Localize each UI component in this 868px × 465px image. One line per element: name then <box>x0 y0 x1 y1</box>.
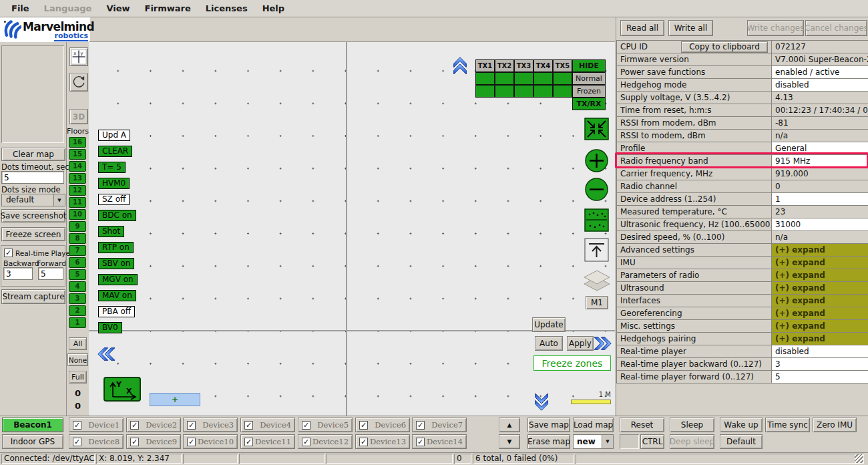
tx-header-tx3[interactable]: TX3 <box>514 59 533 72</box>
expand-cell[interactable]: (+) expand <box>772 244 868 257</box>
dots-timeout-input[interactable] <box>1 171 64 184</box>
map-name-select[interactable]: new ▼ <box>573 434 614 449</box>
device-button-device8[interactable]: ✓Device8 <box>69 434 124 449</box>
tx-header-tx2[interactable]: TX2 <box>495 59 514 72</box>
config-value[interactable]: 3 <box>772 358 868 371</box>
menu-licenses[interactable]: Licenses <box>198 3 255 13</box>
stream-capture-button[interactable]: Stream capture <box>1 289 65 304</box>
device-checkbox[interactable]: ✓ <box>73 421 81 430</box>
map-button-sz-off[interactable]: SZ off <box>98 194 130 205</box>
dots-size-select[interactable]: default ▼ <box>1 194 65 206</box>
rotate-view-button[interactable] <box>69 73 88 92</box>
floor-button-2[interactable]: 2 <box>69 305 86 316</box>
device-checkbox[interactable]: ✓ <box>244 421 253 430</box>
dots-display-icon[interactable] <box>584 208 609 232</box>
tx-hide-button[interactable]: HIDE <box>572 59 606 72</box>
floor-button-10[interactable]: 10 <box>69 209 86 220</box>
floor-button-8[interactable]: 8 <box>69 233 86 244</box>
realtime-player-checkbox[interactable]: ✓ <box>4 249 13 257</box>
device-checkbox[interactable]: ✓ <box>187 421 196 430</box>
device-button-device12[interactable]: ✓Device12 <box>298 434 353 449</box>
device-button-device4[interactable]: ✓Device4 <box>240 418 295 432</box>
device-button-device5[interactable]: ✓Device5 <box>298 418 353 432</box>
3d-view-button[interactable]: 3D <box>69 109 88 124</box>
zero-imu-button[interactable]: Zero IMU <box>813 418 857 432</box>
upload-map-icon[interactable] <box>584 238 609 262</box>
tx-txrx-button[interactable]: TX/RX <box>572 98 606 110</box>
map-button-shot[interactable]: Shot <box>98 226 124 237</box>
backward-input[interactable] <box>3 267 33 280</box>
device-button-device14[interactable]: ✓Device14 <box>412 434 467 449</box>
floor-button-5[interactable]: 5 <box>69 269 86 280</box>
save-map-button[interactable]: Save map <box>527 418 570 432</box>
tx-cell[interactable] <box>475 85 495 98</box>
tx-cell[interactable] <box>495 85 514 98</box>
resize-grip[interactable] <box>855 454 863 463</box>
m1-button[interactable]: M1 <box>586 296 608 309</box>
zoom-out-icon[interactable] <box>584 177 609 202</box>
floor-button-1[interactable]: 1 <box>69 317 86 328</box>
config-value[interactable]: 31000 <box>772 218 868 231</box>
zoom-in-icon[interactable] <box>584 148 609 173</box>
tx-cell[interactable] <box>553 72 572 85</box>
device-checkbox[interactable]: ✓ <box>187 438 196 446</box>
ctrl-button[interactable]: CTRL <box>640 434 664 449</box>
deep-sleep-button[interactable]: Deep sleep <box>670 434 714 449</box>
double-chevron-left-icon[interactable] <box>96 345 115 363</box>
chevron-down-icon[interactable]: ▼ <box>53 194 65 206</box>
load-map-button[interactable]: Load map <box>573 418 614 432</box>
device-checkbox[interactable]: ✓ <box>359 421 368 430</box>
menu-language[interactable]: Language <box>37 3 99 13</box>
config-value[interactable]: 5 <box>772 371 868 383</box>
device-button-device7[interactable]: ✓Device7 <box>412 418 467 432</box>
floor-button-13[interactable]: 13 <box>69 173 86 184</box>
default-button[interactable]: Default <box>720 434 763 449</box>
map-canvas[interactable]: TX1TX2TX3TX4TX5HIDENormalFrozenTX/RX <box>89 41 615 416</box>
tx-header-tx5[interactable]: TX5 <box>553 59 572 72</box>
floors-full-button[interactable]: Full <box>69 371 87 383</box>
device-button-device3[interactable]: ✓Device3 <box>183 418 238 432</box>
device-button-device13[interactable]: ✓Device13 <box>355 434 410 449</box>
device-checkbox[interactable]: ✓ <box>130 421 139 430</box>
floor-button-11[interactable]: 11 <box>69 197 86 208</box>
device-button-device10[interactable]: ✓Device10 <box>183 434 238 449</box>
device-button-device2[interactable]: ✓Device2 <box>126 418 181 432</box>
tx-cell[interactable] <box>533 72 553 85</box>
axes-view-button[interactable]: x y <box>69 47 88 66</box>
read-all-button[interactable]: Read all <box>620 20 664 36</box>
device-checkbox[interactable]: ✓ <box>302 438 310 446</box>
menu-view[interactable]: View <box>99 3 137 13</box>
device-checkbox[interactable]: ✓ <box>73 438 81 446</box>
device-checkbox[interactable]: ✓ <box>302 421 310 430</box>
tx-header-tx4[interactable]: TX4 <box>533 59 553 72</box>
map-button-upd-a[interactable]: Upd A <box>98 130 130 141</box>
reset-button[interactable]: Reset <box>620 418 664 432</box>
expand-cell[interactable]: (+) expand <box>772 307 868 320</box>
map-button-mav-on[interactable]: MAV on <box>98 290 136 301</box>
forward-input[interactable] <box>38 267 63 280</box>
map-button-pba-off[interactable]: PBA off <box>98 306 135 317</box>
apply-button[interactable]: Apply <box>567 336 594 351</box>
fit-to-screen-icon[interactable] <box>584 118 609 140</box>
devices-scroll-down-button[interactable]: ▼ <box>499 434 520 449</box>
floor-button-9[interactable]: 9 <box>69 221 86 232</box>
floor-button-3[interactable]: 3 <box>69 293 86 304</box>
device-button-device11[interactable]: ✓Device11 <box>240 434 295 449</box>
indoor-gps-tab[interactable]: Indoor GPS <box>2 434 63 449</box>
tx-cell[interactable] <box>475 72 495 85</box>
clear-map-button[interactable]: Clear map <box>1 148 65 161</box>
expand-cell[interactable]: (+) expand <box>772 257 868 269</box>
ctrl-checkbox[interactable] <box>620 434 639 449</box>
update-button[interactable]: Update <box>532 317 566 332</box>
map-button-hvm0[interactable]: HVM0 <box>98 178 130 189</box>
cancel-changes-button[interactable]: Cancel changes <box>805 20 867 36</box>
beacon-tab[interactable]: Beacon1 <box>2 418 63 432</box>
add-submap-button[interactable]: + <box>150 393 200 406</box>
config-value[interactable]: disabled <box>772 345 868 358</box>
device-checkbox[interactable]: ✓ <box>416 438 425 446</box>
menu-help[interactable]: Help <box>255 3 292 13</box>
menu-file[interactable]: File <box>4 3 37 13</box>
sleep-button[interactable]: Sleep <box>670 418 714 432</box>
tx-cell[interactable] <box>514 72 533 85</box>
expand-cell[interactable]: (+) expand <box>772 282 868 295</box>
